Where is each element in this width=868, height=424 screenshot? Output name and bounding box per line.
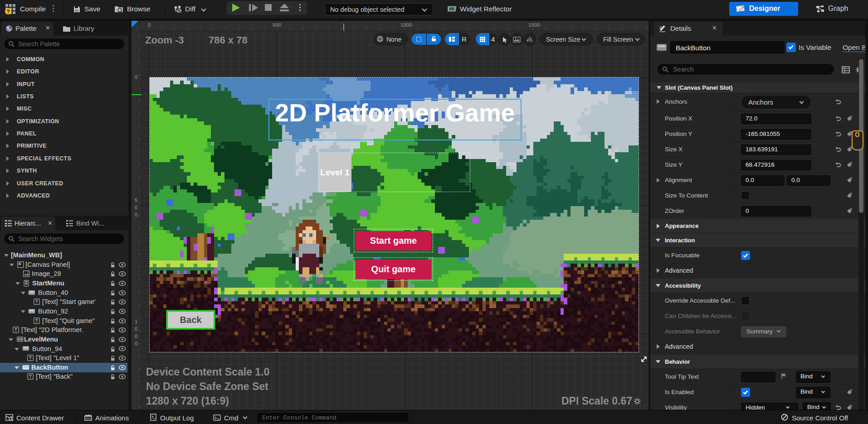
svg-text:?: ? bbox=[6, 8, 10, 14]
